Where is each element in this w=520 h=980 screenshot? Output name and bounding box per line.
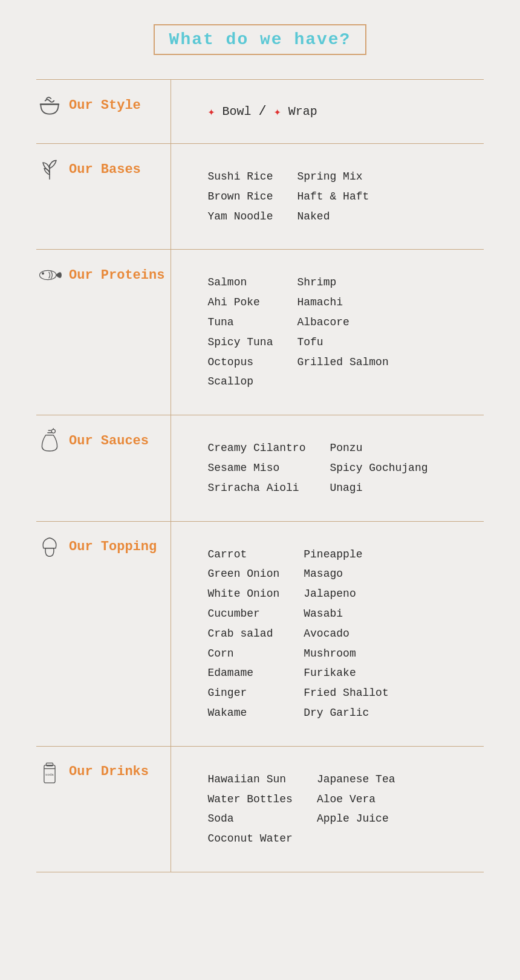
list-item: Naked [297, 208, 369, 226]
category-label-style: Our Style [69, 98, 141, 113]
items-container-drinks: Hawaiian SunWater BottlesSodaCoconut Wat… [189, 759, 478, 860]
svg-point-1 [40, 271, 57, 280]
list-item: Hamachi [297, 294, 388, 311]
category-label-sauces: Our Sauces [69, 433, 149, 449]
list-item: Yam Noodle [207, 208, 273, 226]
category-cell-drinks: soda Our Drinks [36, 746, 171, 872]
list-item: Octopus [207, 354, 273, 371]
bowl-star: ✦ [207, 104, 215, 119]
list-item: Ponzu [330, 440, 427, 457]
list-item: Creamy Cilantro [207, 440, 305, 457]
list-item: Brown Rice [207, 188, 273, 206]
list-item: Spicy Tuna [207, 334, 273, 351]
list-item: Green Onion [207, 565, 279, 583]
list-item: Spring Mix [297, 168, 369, 186]
style-options: ✦Bowl/✦Wrap [189, 92, 478, 131]
category-label-proteins: Our Proteins [69, 268, 164, 283]
soda-icon: soda [36, 759, 63, 785]
items-col1-bases: Sushi RiceBrown RiceYam Noodle [207, 168, 273, 225]
category-row-topping: Our ToppingCarrotGreen OnionWhite OnionC… [36, 521, 484, 746]
items-container-proteins: SalmonAhi PokeTunaSpicy TunaOctopusScall… [189, 262, 478, 403]
svg-point-2 [42, 273, 44, 274]
list-item: Pineapple [304, 546, 388, 563]
list-item: White Onion [207, 585, 279, 603]
list-item: Shrimp [297, 274, 388, 291]
category-row-style: Our Style✦Bowl/✦Wrap [36, 80, 484, 144]
list-item: Grilled Salmon [297, 354, 388, 371]
wrap-label: Wrap [288, 105, 317, 118]
items-container-sauces: Creamy CilantroSesame MisoSriracha Aioli… [189, 427, 478, 508]
list-item: Unagi [330, 479, 427, 497]
menu-table: Our Style✦Bowl/✦Wrap Our BasesSushi Rice… [36, 79, 484, 872]
items-container-bases: Sushi RiceBrown RiceYam NoodleSpring Mix… [189, 156, 478, 237]
list-item: Apple Juice [317, 810, 395, 828]
content-cell-drinks: Hawaiian SunWater BottlesSodaCoconut Wat… [171, 746, 484, 872]
list-item: Mushroom [304, 645, 388, 663]
items-col1-drinks: Hawaiian SunWater BottlesSodaCoconut Wat… [207, 771, 292, 848]
bowl-icon [36, 92, 63, 118]
list-item: Hawaiian Sun [207, 771, 292, 788]
sauce-icon [36, 427, 63, 454]
wrap-star: ✦ [274, 104, 281, 119]
items-col2-bases: Spring MixHaft & HaftNaked [297, 168, 369, 225]
list-item: Scallop [207, 373, 273, 391]
content-cell-bases: Sushi RiceBrown RiceYam NoodleSpring Mix… [171, 144, 484, 250]
list-item: Tofu [297, 334, 388, 351]
items-col2-proteins: ShrimpHamachiAlbacoreTofuGrilled Salmon [297, 274, 388, 391]
list-item: Wakame [207, 704, 279, 722]
content-cell-topping: CarrotGreen OnionWhite OnionCucumberCrab… [171, 521, 484, 746]
list-item: Jalapeno [304, 585, 388, 603]
list-item: Edamame [207, 664, 279, 682]
list-item: Avocado [304, 625, 388, 643]
list-item: Fried Shallot [304, 684, 388, 702]
list-item: Sriracha Aioli [207, 479, 305, 497]
content-cell-sauces: Creamy CilantroSesame MisoSriracha Aioli… [171, 415, 484, 521]
list-item: Sesame Miso [207, 459, 305, 477]
list-item: Aloe Vera [317, 791, 395, 808]
list-item: Carrot [207, 546, 279, 563]
list-item: Albacore [297, 314, 388, 331]
content-cell-style: ✦Bowl/✦Wrap [171, 80, 484, 144]
svg-text:soda: soda [45, 773, 54, 777]
category-row-sauces: Our SaucesCreamy CilantroSesame MisoSrir… [36, 415, 484, 521]
list-item: Dry Garlic [304, 704, 388, 722]
list-item: Ginger [207, 684, 279, 702]
items-col2-topping: PineappleMasagoJalapenoWasabiAvocadoMush… [304, 546, 388, 722]
category-row-bases: Our BasesSushi RiceBrown RiceYam NoodleS… [36, 144, 484, 250]
category-cell-bases: Our Bases [36, 144, 171, 250]
list-item: Coconut Water [207, 830, 292, 848]
items-col1-sauces: Creamy CilantroSesame MisoSriracha Aioli [207, 440, 305, 496]
list-item: Corn [207, 645, 279, 663]
category-cell-style: Our Style [36, 80, 171, 144]
items-col1-topping: CarrotGreen OnionWhite OnionCucumberCrab… [207, 546, 279, 722]
herb-icon [36, 156, 63, 183]
category-cell-topping: Our Topping [36, 521, 171, 746]
bowl-label: Bowl [222, 105, 251, 118]
page-title-box: What do we have? [154, 24, 367, 55]
category-label-drinks: Our Drinks [69, 764, 149, 779]
list-item: Furikake [304, 664, 388, 682]
style-divider: / [259, 104, 267, 119]
category-cell-proteins: Our Proteins [36, 250, 171, 415]
content-cell-proteins: SalmonAhi PokeTunaSpicy TunaOctopusScall… [171, 250, 484, 415]
list-item: Water Bottles [207, 791, 292, 808]
category-row-drinks: soda Our DrinksHawaiian SunWater Bottles… [36, 746, 484, 872]
list-item: Cucumber [207, 605, 279, 623]
list-item: Wasabi [304, 605, 388, 623]
list-item: Spicy Gochujang [330, 459, 427, 477]
category-label-bases: Our Bases [69, 162, 141, 177]
category-cell-sauces: Our Sauces [36, 415, 171, 521]
items-col2-sauces: PonzuSpicy GochujangUnagi [330, 440, 427, 496]
category-row-proteins: Our ProteinsSalmonAhi PokeTunaSpicy Tuna… [36, 250, 484, 415]
list-item: Japanese Tea [317, 771, 395, 788]
fish-icon [36, 262, 63, 288]
list-item: Salmon [207, 274, 273, 291]
list-item: Soda [207, 810, 292, 828]
list-item: Tuna [207, 314, 273, 331]
list-item: Crab salad [207, 625, 279, 643]
svg-point-3 [51, 429, 55, 433]
list-item: Haft & Haft [297, 188, 369, 206]
category-label-topping: Our Topping [69, 539, 157, 554]
list-item: Ahi Poke [207, 294, 273, 311]
items-col1-proteins: SalmonAhi PokeTunaSpicy TunaOctopusScall… [207, 274, 273, 391]
